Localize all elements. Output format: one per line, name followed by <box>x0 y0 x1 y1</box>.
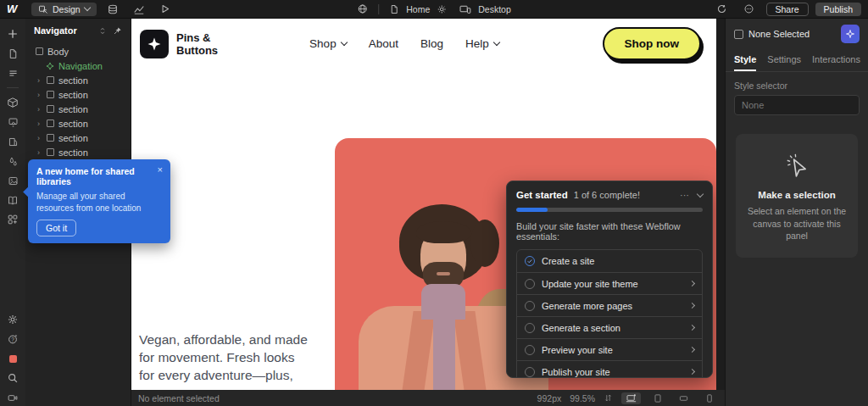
page-icon <box>389 4 399 14</box>
current-page-label[interactable]: Home <box>406 4 430 14</box>
top-toolbar: W Design Home Desktop <box>0 0 868 19</box>
nav-link-help[interactable]: Help <box>465 37 499 50</box>
tree-item-body[interactable]: Body <box>25 44 131 58</box>
breakpoint-desktop-button[interactable] <box>621 392 641 404</box>
expand-chevron-icon[interactable]: › <box>37 148 42 157</box>
plus-icon <box>7 28 19 40</box>
video-tutorials-button[interactable] <box>3 389 23 406</box>
get-started-panel: Get started 1 of 6 complete! ··· Build y… <box>506 181 713 378</box>
site-canvas[interactable]: Pins & Buttons Shop About Blog Help Shop… <box>131 19 716 390</box>
components-button[interactable] <box>3 94 23 111</box>
divider <box>7 87 19 88</box>
sync-icon <box>716 3 727 14</box>
collapse-chevron-icon[interactable] <box>697 190 704 197</box>
pin-icon[interactable] <box>113 26 122 36</box>
nav-link-blog[interactable]: Blog <box>420 37 443 50</box>
make-selection-body: Select an element on the canvas to activ… <box>744 205 849 242</box>
style-manager-button[interactable] <box>3 114 23 131</box>
canvas-width-value[interactable]: 992px <box>537 393 562 403</box>
breakpoint-tablet-button[interactable] <box>649 392 666 404</box>
checklist-item-publish-site[interactable]: Publish your site <box>517 360 702 378</box>
status-indicator[interactable] <box>3 350 23 367</box>
breakpoint-phone-portrait-button[interactable] <box>701 392 718 404</box>
fit-zoom-icon[interactable] <box>604 393 613 403</box>
tree-item-section[interactable]: ›section <box>25 102 131 116</box>
page-flip-icon <box>8 136 19 147</box>
man-turtleneck <box>433 311 455 390</box>
tree-item-section[interactable]: ›section <box>25 145 131 159</box>
checklist-item-preview-site[interactable]: Preview your site <box>517 338 702 360</box>
settings-button[interactable] <box>3 311 23 328</box>
gear-icon[interactable] <box>437 4 447 14</box>
navigator-button[interactable] <box>3 64 23 81</box>
more-options-icon[interactable]: ··· <box>680 190 689 200</box>
tree-item-section[interactable]: ›section <box>25 87 131 102</box>
canvas-area: Pins & Buttons Shop About Blog Help Shop… <box>131 19 725 406</box>
devices-icon <box>459 3 471 14</box>
database-icon <box>107 3 119 15</box>
tab-interactions[interactable]: Interactions <box>812 51 860 71</box>
zoom-level-value[interactable]: 99.5% <box>570 393 595 403</box>
assets-button[interactable] <box>3 172 23 189</box>
hero-paragraph[interactable]: Vegan, affordable, and made for movement… <box>139 331 342 384</box>
checklist-item-generate-section[interactable]: Generate a section <box>517 316 702 338</box>
close-icon[interactable]: × <box>158 164 163 175</box>
tab-style[interactable]: Style <box>734 51 756 71</box>
circle-icon <box>525 301 535 311</box>
design-label: Design <box>53 4 81 14</box>
checklist-item-update-theme[interactable]: Update your site theme <box>517 272 702 294</box>
tab-settings[interactable]: Settings <box>767 51 801 71</box>
tree-item-section[interactable]: ›section <box>25 116 131 131</box>
analyze-button[interactable] <box>129 2 149 17</box>
selection-checkbox-icon <box>734 30 743 39</box>
cursor-icon <box>782 151 812 181</box>
tree-item-section[interactable]: ›section <box>25 73 131 87</box>
add-element-button[interactable] <box>3 25 23 42</box>
comments-button[interactable] <box>739 2 760 17</box>
design-mode-dropdown[interactable]: Design <box>31 3 97 16</box>
selection-status: No element selected <box>138 393 220 403</box>
style-selector-input[interactable]: None <box>734 95 860 115</box>
globe-icon[interactable] <box>357 3 368 14</box>
share-button[interactable]: Share <box>766 3 809 16</box>
pages-button[interactable] <box>3 45 23 62</box>
help-button[interactable]: ? <box>3 331 23 348</box>
expand-chevron-icon[interactable]: › <box>37 105 42 114</box>
variables-button[interactable] <box>3 153 23 170</box>
got-it-button[interactable]: Got it <box>36 220 76 236</box>
expand-chevron-icon[interactable]: › <box>37 76 42 85</box>
site-logo[interactable] <box>140 30 169 58</box>
checklist-item-generate-pages[interactable]: Generate more pages <box>517 294 702 316</box>
nav-link-shop[interactable]: Shop <box>309 37 347 50</box>
tree-item-navigation[interactable]: Navigation <box>25 58 131 73</box>
shop-now-button[interactable]: Shop now <box>603 27 702 60</box>
element-icon <box>47 91 54 98</box>
breakpoint-label[interactable]: Desktop <box>478 4 511 14</box>
cms-button[interactable] <box>103 2 123 17</box>
site-brand[interactable]: Pins & Buttons <box>176 31 218 57</box>
chevron-down-icon <box>492 39 499 46</box>
checklist-item-create-site[interactable]: Create a site <box>517 250 702 272</box>
search-button[interactable] <box>3 370 23 387</box>
breakpoint-phone-landscape-button[interactable] <box>675 392 693 404</box>
apps-button[interactable] <box>3 211 23 228</box>
ai-assistant-button[interactable] <box>841 25 860 43</box>
expand-chevron-icon[interactable]: › <box>37 120 42 128</box>
circle-icon <box>525 279 535 289</box>
libraries-button[interactable] <box>3 192 23 209</box>
line-chart-icon <box>133 3 145 15</box>
webflow-logo[interactable]: W <box>7 3 25 15</box>
publish-button[interactable]: Publish <box>815 3 861 16</box>
chevron-right-icon <box>689 369 695 375</box>
preview-button[interactable] <box>155 2 175 17</box>
chevron-right-icon <box>689 325 695 331</box>
phone-landscape-icon <box>678 393 689 403</box>
collapse-icon[interactable] <box>98 26 107 36</box>
expand-chevron-icon[interactable]: › <box>37 134 42 142</box>
tree-item-section[interactable]: ›section <box>25 131 131 145</box>
nav-link-about[interactable]: About <box>369 37 398 50</box>
interactions-button[interactable] <box>3 133 23 150</box>
sync-button[interactable] <box>712 2 732 17</box>
left-toolbar: ? <box>0 19 25 406</box>
expand-chevron-icon[interactable]: › <box>37 91 42 99</box>
